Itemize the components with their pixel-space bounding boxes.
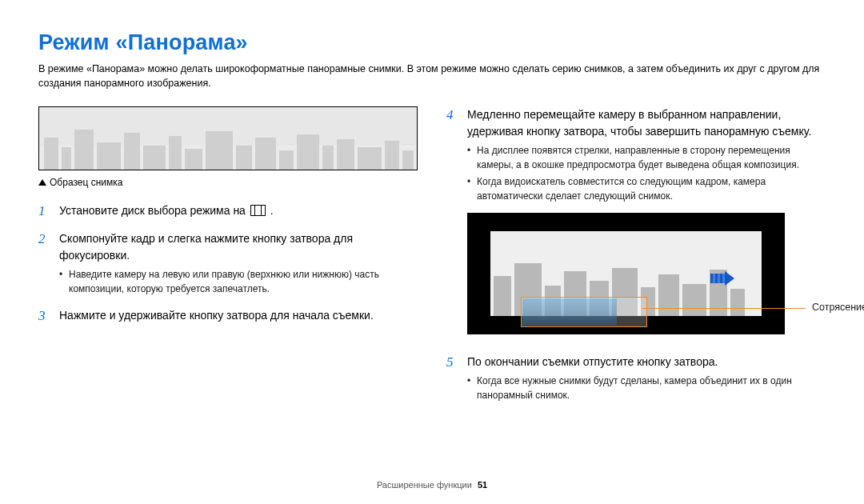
step-number: 4 [446,105,454,126]
step-text: Скомпонуйте кадр и слегка нажмите кнопку… [59,232,353,262]
step-number: 1 [38,201,46,222]
page-footer: Расширенные функции 51 [0,480,864,490]
step-number: 2 [38,229,46,250]
step-3: 3 Нажмите и удерживайте кнопку затвора д… [38,307,414,324]
step-sub-item: Наведите камеру на левую или правую (вер… [59,267,414,296]
preview-strip [521,297,647,327]
callout-label: Сотрясение [812,302,864,313]
step-4: 4 Медленно перемещайте камеру в выбранно… [446,106,826,203]
sample-caption: Образец снимка [38,177,414,188]
step-text: По окончании съемки отпустите кнопку зат… [467,355,718,368]
panorama-mode-icon [250,205,266,216]
callout-line [642,308,806,309]
sample-image [38,106,418,170]
step-sub-item: На дисплее появятся стрелки, направленны… [467,143,826,172]
footer-section: Расширенные функции [377,480,472,490]
step-sub-item: Когда видоискатель совместится со следую… [467,174,826,203]
step-2: 2 Скомпонуйте кадр и слегка нажмите кноп… [38,230,414,296]
preview-image: Сотрясение [467,213,785,334]
step-text: Установите диск выбора режима на [59,204,249,217]
footer-page-number: 51 [478,480,487,490]
step-text: Нажмите и удерживайте кнопку затвора для… [59,309,374,322]
page-title: Режим «Панорама» [38,30,826,55]
direction-arrow-icon [710,271,734,286]
sample-caption-text: Образец снимка [50,177,122,188]
step-1: 1 Установите диск выбора режима на . [38,202,414,219]
left-column: Образец снимка 1 Установите диск выбора … [38,106,414,414]
step-5: 5 По окончании съемки отпустите кнопку з… [446,354,826,402]
intro-paragraph: В режиме «Панорама» можно делать широкоф… [38,62,826,90]
step-number: 3 [38,306,46,326]
step-sub-item: Когда все нужные снимки будут сделаны, к… [467,374,826,402]
step-text: Медленно перемещайте камеру в выбранном … [467,108,811,138]
step-number: 5 [446,352,454,373]
triangle-up-icon [38,179,46,186]
right-column: 4 Медленно перемещайте камеру в выбранно… [446,106,826,414]
step-text-post: . [267,204,274,217]
